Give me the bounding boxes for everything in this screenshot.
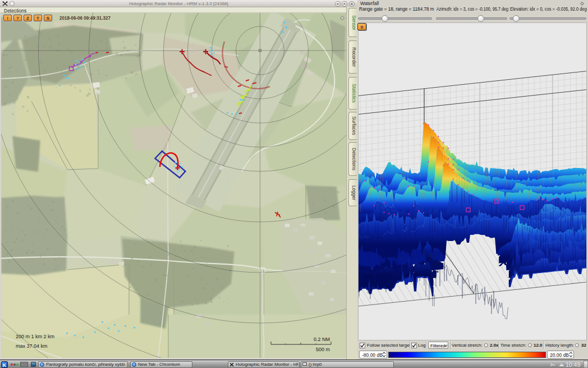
- svg-text:200 m 1 km 2 km: 200 m 1 km 2 km: [16, 334, 54, 339]
- svg-text:max 37.04 km: max 37.04 km: [16, 343, 48, 349]
- svg-text:0.2 NM: 0.2 NM: [314, 337, 330, 342]
- svg-text:500 m: 500 m: [316, 347, 330, 352]
